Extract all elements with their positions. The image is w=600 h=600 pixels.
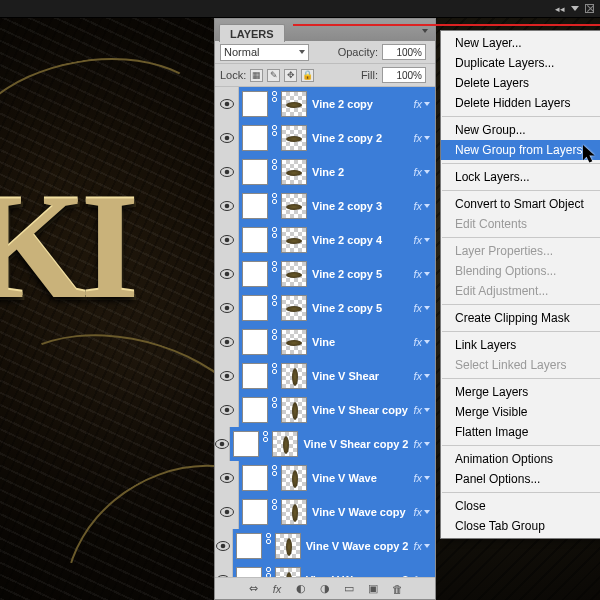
layer-thumbnail[interactable]: [281, 193, 307, 219]
visibility-toggle[interactable]: [215, 461, 239, 495]
menu-item[interactable]: New Layer...: [441, 33, 600, 53]
layer-name[interactable]: Vine V Wave copy: [312, 506, 408, 518]
layer-row[interactable]: Vine 2 copy 5fx: [215, 257, 435, 291]
visibility-toggle[interactable]: [215, 563, 233, 578]
layer-fx-indicator[interactable]: fx: [413, 506, 432, 518]
mask-thumbnail[interactable]: [242, 363, 268, 389]
layer-selected-area[interactable]: Vine V Wavefx: [239, 461, 435, 495]
layer-selected-area[interactable]: Vine 2fx: [239, 155, 435, 189]
mask-thumbnail[interactable]: [233, 431, 259, 457]
layer-row[interactable]: Vine V Shearfx: [215, 359, 435, 393]
mask-thumbnail[interactable]: [242, 227, 268, 253]
layer-thumbnail[interactable]: [275, 567, 301, 578]
layer-name[interactable]: Vine V Shear copy 2: [303, 438, 408, 450]
mask-link-icon[interactable]: [264, 567, 273, 578]
layer-selected-area[interactable]: Vine 2 copy 2fx: [239, 121, 435, 155]
mask-link-icon[interactable]: [270, 499, 279, 525]
mask-link-icon[interactable]: [264, 533, 273, 559]
lock-pixels-button[interactable]: [267, 69, 280, 82]
layer-thumbnail[interactable]: [281, 261, 307, 287]
layer-name[interactable]: Vine 2 copy 4: [312, 234, 408, 246]
visibility-toggle[interactable]: [215, 189, 239, 223]
layer-name[interactable]: Vine V Shear: [312, 370, 408, 382]
visibility-toggle[interactable]: [215, 325, 239, 359]
mask-thumbnail[interactable]: [242, 125, 268, 151]
layer-selected-area[interactable]: Vinefx: [239, 325, 435, 359]
menu-item[interactable]: Duplicate Layers...: [441, 53, 600, 73]
layer-selected-area[interactable]: Vine V Shearfx: [239, 359, 435, 393]
tab-layers[interactable]: LAYERS: [219, 24, 285, 42]
menu-item[interactable]: Delete Hidden Layers: [441, 93, 600, 113]
menu-item[interactable]: Close: [441, 496, 600, 516]
fill-input[interactable]: 100%: [382, 67, 426, 83]
adjustment-layer-icon[interactable]: ◑: [318, 581, 333, 596]
new-group-icon[interactable]: ▭: [342, 581, 357, 596]
visibility-toggle[interactable]: [215, 393, 239, 427]
mask-link-icon[interactable]: [270, 91, 279, 117]
layer-name[interactable]: Vine: [312, 336, 408, 348]
menu-item[interactable]: Animation Options: [441, 449, 600, 469]
layer-selected-area[interactable]: Vine V Shear copyfx: [239, 393, 435, 427]
mask-link-icon[interactable]: [270, 397, 279, 423]
menu-item[interactable]: Link Layers: [441, 335, 600, 355]
visibility-toggle[interactable]: [215, 529, 233, 563]
mask-link-icon[interactable]: [270, 159, 279, 185]
layer-thumbnail[interactable]: [281, 159, 307, 185]
mask-link-icon[interactable]: [270, 227, 279, 253]
layer-name[interactable]: Vine V Wave copy 2: [306, 540, 409, 552]
layer-thumbnail[interactable]: [281, 329, 307, 355]
visibility-toggle[interactable]: [215, 291, 239, 325]
layer-selected-area[interactable]: Vine 2 copyfx: [239, 87, 435, 121]
menu-item[interactable]: New Group from Layers...: [441, 140, 600, 160]
opacity-input[interactable]: 100%: [382, 44, 426, 60]
mask-thumbnail[interactable]: [242, 465, 268, 491]
layer-thumbnail[interactable]: [281, 295, 307, 321]
layer-thumbnail[interactable]: [281, 91, 307, 117]
layer-fx-indicator[interactable]: fx: [413, 166, 432, 178]
layer-thumbnail[interactable]: [281, 227, 307, 253]
layer-name[interactable]: Vine V Wave: [312, 472, 408, 484]
layer-thumbnail[interactable]: [281, 363, 307, 389]
flyout-trigger-icon[interactable]: [571, 6, 579, 11]
layer-selected-area[interactable]: Vine 2 copy 4fx: [239, 223, 435, 257]
layer-row[interactable]: Vine 2 copy 2fx: [215, 121, 435, 155]
layer-fx-indicator[interactable]: fx: [413, 234, 432, 246]
layer-row[interactable]: Vine V Shear copy 2fx: [215, 427, 435, 461]
layer-row[interactable]: Vine V Shear copyfx: [215, 393, 435, 427]
layer-fx-indicator[interactable]: fx: [413, 438, 432, 450]
layer-name[interactable]: Vine 2 copy 5: [312, 302, 408, 314]
menu-item[interactable]: Merge Layers: [441, 382, 600, 402]
mask-link-icon[interactable]: [270, 295, 279, 321]
menu-item[interactable]: Convert to Smart Object: [441, 194, 600, 214]
mask-thumbnail[interactable]: [242, 193, 268, 219]
lock-position-button[interactable]: [284, 69, 297, 82]
mask-thumbnail[interactable]: [242, 329, 268, 355]
mask-link-icon[interactable]: [261, 431, 270, 457]
mask-link-icon[interactable]: [270, 193, 279, 219]
mask-thumbnail[interactable]: [236, 533, 262, 559]
panel-flyout-menu[interactable]: New Layer...Duplicate Layers...Delete La…: [440, 30, 600, 539]
layer-row[interactable]: Vine V Wave copy 3fx: [215, 563, 435, 577]
layer-row[interactable]: Vine V Wavefx: [215, 461, 435, 495]
layer-selected-area[interactable]: Vine 2 copy 3fx: [239, 189, 435, 223]
layer-name[interactable]: Vine 2 copy 2: [312, 132, 408, 144]
layer-fx-indicator[interactable]: fx: [413, 370, 432, 382]
layer-row[interactable]: Vine V Wave copyfx: [215, 495, 435, 529]
close-panel-icon[interactable]: [585, 4, 594, 13]
layer-selected-area[interactable]: Vine 2 copy 5fx: [239, 257, 435, 291]
mask-thumbnail[interactable]: [242, 499, 268, 525]
layer-thumbnail[interactable]: [272, 431, 298, 457]
delete-layer-icon[interactable]: 🗑: [390, 581, 405, 596]
mask-link-icon[interactable]: [270, 465, 279, 491]
layer-thumbnail[interactable]: [281, 499, 307, 525]
layer-row[interactable]: Vine V Wave copy 2fx: [215, 529, 435, 563]
layer-row[interactable]: Vine 2 copyfx: [215, 87, 435, 121]
layer-fx-icon[interactable]: fx: [270, 581, 285, 596]
layer-thumbnail[interactable]: [275, 533, 301, 559]
lock-transparent-button[interactable]: [250, 69, 263, 82]
layer-selected-area[interactable]: Vine V Shear copy 2fx: [230, 427, 435, 461]
layer-selected-area[interactable]: Vine V Wave copyfx: [239, 495, 435, 529]
menu-item[interactable]: Lock Layers...: [441, 167, 600, 187]
layer-fx-indicator[interactable]: fx: [413, 472, 432, 484]
mask-thumbnail[interactable]: [242, 295, 268, 321]
